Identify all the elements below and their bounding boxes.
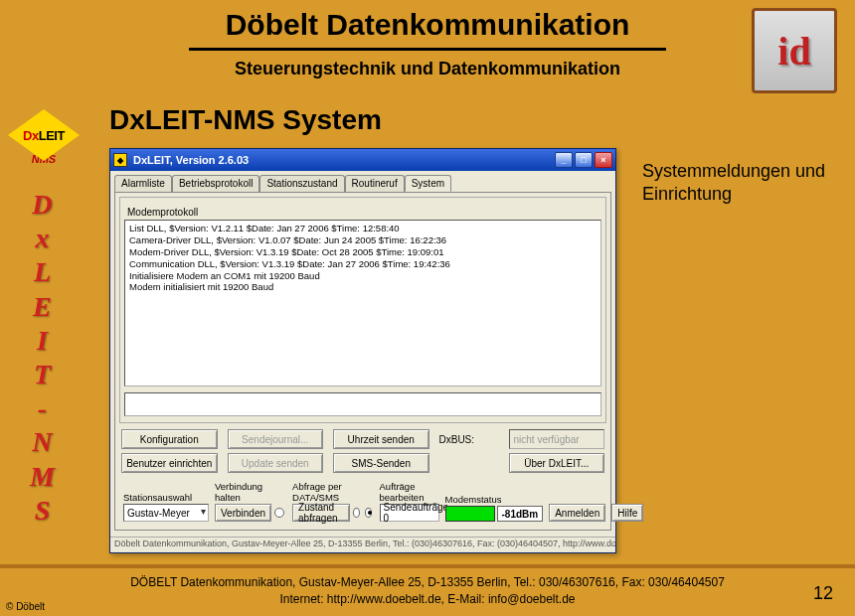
- secondary-textarea[interactable]: [124, 392, 601, 416]
- tab-panel-system: Modemprotokoll List DLL, $Version: V1.2.…: [114, 192, 611, 531]
- zustand-abfragen-button[interactable]: Zustand abfragen: [292, 504, 350, 522]
- hilfe-button[interactable]: Hilfe: [611, 504, 643, 522]
- company-logo: id: [752, 8, 837, 93]
- sendejournal-button[interactable]: Sendejournal...: [228, 429, 324, 449]
- app-icon: ◆: [113, 153, 127, 167]
- side-caption: Systemmeldungen und Einrichtung: [642, 160, 831, 207]
- abfrage-label: Abfrage per DATA/SMS: [292, 481, 373, 503]
- sendeauftraege-field[interactable]: Sendeaufträge 0: [380, 504, 439, 522]
- tab-betriebsprotokoll[interactable]: Betriebsprotokoll: [172, 175, 259, 192]
- sms-senden-button[interactable]: SMS-Senden: [333, 453, 429, 473]
- tab-bar: Alarmliste Betriebsprotokoll Stationszus…: [110, 171, 615, 192]
- modemprotokoll-group: Modemprotokoll List DLL, $Version: V1.2.…: [119, 197, 606, 423]
- bottom-toolbar: Stationsauswahl Gustav-Meyer Verbindung …: [119, 479, 606, 526]
- copyright: © Döbelt: [6, 601, 45, 612]
- minimize-button[interactable]: _: [555, 152, 573, 168]
- app-window: ◆ DxLEIT, Version 2.6.03 _ □ × Alarmlist…: [109, 148, 616, 553]
- window-title: DxLEIT, Version 2.6.03: [133, 154, 555, 166]
- button-grid: Konfiguration Sendejournal... Uhrzeit se…: [121, 429, 604, 473]
- slide: Döbelt Datenkommunikation Steuerungstech…: [0, 0, 855, 616]
- abfrage-sms-radio[interactable]: [365, 508, 372, 518]
- tab-system[interactable]: System: [405, 175, 451, 192]
- dxbus-value: nicht verfügbar: [509, 429, 605, 449]
- content-area: DxLEIT-NMS System Systemmeldungen und Ei…: [109, 104, 841, 553]
- footer-line2: Internet: http://www.doebelt.de, E-Mail:…: [0, 591, 855, 608]
- update-senden-button[interactable]: Update senden: [228, 453, 324, 473]
- abfrage-data-radio[interactable]: [353, 508, 360, 518]
- tab-routineruf[interactable]: Routineruf: [345, 175, 405, 192]
- slide-header: Döbelt Datenkommunikation Steuerungstech…: [0, 0, 855, 79]
- station-combo[interactable]: Gustav-Meyer: [123, 504, 209, 522]
- close-button[interactable]: ×: [595, 152, 612, 168]
- modemstatus-label: Modemstatus: [445, 494, 544, 505]
- page-title: DxLEIT-NMS System: [109, 104, 841, 136]
- verbinden-button[interactable]: Verbinden: [215, 504, 271, 522]
- maximize-button[interactable]: □: [575, 152, 593, 168]
- dxleit-logo: DxLEIT NMS: [8, 109, 80, 165]
- tab-alarmliste[interactable]: Alarmliste: [114, 175, 172, 192]
- modem-signal-bar: [445, 506, 495, 522]
- modem-dbm-value: -81dBm: [497, 506, 544, 522]
- header-title: Döbelt Datenkommunikation: [0, 8, 855, 42]
- header-divider: [189, 48, 666, 51]
- window-statusbar: Döbelt Datenkommunikation, Gustav-Meyer-…: [110, 537, 615, 552]
- slide-footer: DÖBELT Datenkommunikation, Gustav-Meyer-…: [0, 564, 855, 616]
- log-textarea[interactable]: List DLL, $Version: V1.2.11 $Date: Jan 2…: [124, 220, 601, 386]
- uhrzeit-senden-button[interactable]: Uhrzeit senden: [333, 429, 429, 449]
- verbindung-halten-label: Verbindung halten: [215, 481, 286, 503]
- group-label: Modemprotokoll: [124, 207, 201, 218]
- verbindung-halten-radio[interactable]: [274, 508, 284, 518]
- dxbus-label: DxBUS:: [439, 434, 499, 445]
- window-titlebar[interactable]: ◆ DxLEIT, Version 2.6.03 _ □ ×: [110, 149, 615, 171]
- ueber-dxleit-button[interactable]: Über DxLEIT...: [509, 453, 605, 473]
- header-subtitle: Steuerungstechnik und Datenkommunikation: [0, 59, 855, 79]
- anmelden-button[interactable]: Anmelden: [549, 504, 605, 522]
- tab-stationszustand[interactable]: Stationszustand: [259, 175, 344, 192]
- benutzer-einrichten-button[interactable]: Benutzer einrichten: [121, 453, 218, 473]
- stationsauswahl-label: Stationsauswahl: [123, 492, 209, 503]
- footer-line1: DÖBELT Datenkommunikation, Gustav-Meyer-…: [0, 574, 855, 591]
- logo-text: id: [777, 28, 810, 75]
- auftraege-label: Aufträge bearbeiten: [380, 481, 439, 503]
- page-number: 12: [813, 583, 833, 604]
- side-vertical-label: D x L E I T - N M S: [30, 189, 55, 527]
- konfiguration-button[interactable]: Konfiguration: [121, 429, 218, 449]
